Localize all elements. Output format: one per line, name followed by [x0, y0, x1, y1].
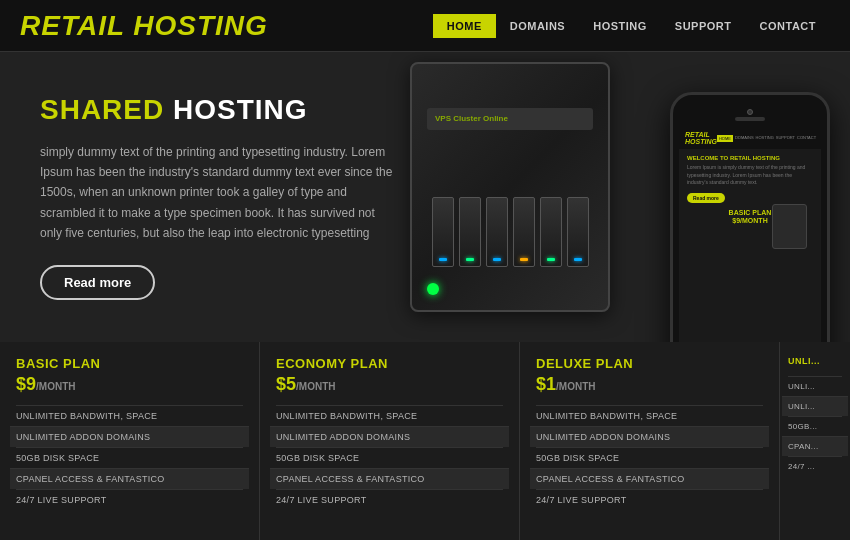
plan-4-feature-3: 50GB... — [788, 416, 842, 436]
plan-economy-feature-1: UNLIMITED BANDWITH, SPACE — [276, 405, 503, 426]
plan-basic: BASIC PLAN $9/MONTH UNLIMITED BANDWITH, … — [0, 342, 260, 540]
plan-economy-feature-5: 24/7 LIVE SUPPORT — [276, 489, 503, 510]
plan-economy-price: $5/MONTH — [276, 374, 503, 395]
drive-1 — [432, 197, 454, 267]
plan-basic-feature-2: UNLIMITED ADDON DOMAINS — [10, 426, 249, 447]
server-status-bar: VPS Cluster Online — [427, 108, 593, 130]
phone-server-mini — [772, 204, 807, 249]
plan-basic-feature-4: CPANEL ACCESS & FANTASTICO — [10, 468, 249, 489]
drive-6 — [567, 197, 589, 267]
hero-title: SHARED HOSTING — [40, 94, 400, 126]
phone-screen-header: RETAIL HOSTING HOME DOMAINS HOSTING SUPP… — [679, 127, 821, 149]
server-status-light — [427, 283, 439, 295]
phone-camera — [747, 109, 753, 115]
plan-economy-feature-2: UNLIMITED ADDON DOMAINS — [270, 426, 509, 447]
plan-deluxe: DELUXE PLAN $1/MONTH UNLIMITED BANDWITH,… — [520, 342, 780, 540]
phone-desc: Lorem Ipsum is simply dummy text of the … — [687, 164, 813, 187]
nav-home[interactable]: HOME — [433, 14, 496, 38]
hero-description: simply dummy text of the printing and ty… — [40, 142, 400, 244]
drive-2 — [459, 197, 481, 267]
pricing-section: BASIC PLAN $9/MONTH UNLIMITED BANDWITH, … — [0, 342, 850, 540]
plan-deluxe-feature-5: 24/7 LIVE SUPPORT — [536, 489, 763, 510]
plan-4-name: UNLI... — [788, 356, 842, 366]
plan-basic-price: $9/MONTH — [16, 374, 243, 395]
main-nav: HOME DOMAINS HOSTING SUPPORT CONTACT — [433, 14, 830, 38]
read-more-button[interactable]: Read more — [40, 265, 155, 300]
plan-basic-feature-5: 24/7 LIVE SUPPORT — [16, 489, 243, 510]
drive-4 — [513, 197, 535, 267]
plan-deluxe-feature-3: 50GB DISK SPACE — [536, 447, 763, 468]
plan-4: UNLI... UNLI... UNLI... 50GB... CPAN... … — [780, 342, 850, 540]
logo-hosting: HostInG — [133, 10, 268, 41]
plan-deluxe-price: $1/MONTH — [536, 374, 763, 395]
phone-nav: HOME DOMAINS HOSTING SUPPORT CONTACT — [717, 135, 816, 142]
phone-body: WELCOME TO RETAIL HOSTING Lorem Ipsum is… — [679, 149, 821, 230]
plan-4-feature-4: CPAN... — [782, 436, 848, 456]
phone-read-more[interactable]: Read more — [687, 193, 725, 203]
nav-hosting[interactable]: HOSTING — [579, 14, 661, 38]
phone-speaker — [735, 117, 765, 121]
hero-content: SHARED HOSTING simply dummy text of the … — [0, 64, 440, 331]
plan-basic-name: BASIC PLAN — [16, 356, 243, 371]
plan-deluxe-feature-1: UNLIMITED BANDWITH, SPACE — [536, 405, 763, 426]
logo-retail: RETAIL — [20, 10, 125, 41]
nav-domains[interactable]: DOMAINS — [496, 14, 579, 38]
plan-4-feature-2: UNLI... — [782, 396, 848, 416]
phone-image: RETAIL HOSTING HOME DOMAINS HOSTING SUPP… — [650, 52, 850, 342]
plan-economy-feature-4: CPANEL ACCESS & FANTASTICO — [270, 468, 509, 489]
server-drives — [427, 197, 593, 267]
phone-welcome: WELCOME TO RETAIL HOSTING — [687, 155, 813, 161]
plan-economy-name: ECONOMY PLAN — [276, 356, 503, 371]
header: RETAIL HostInG HOME DOMAINS HOSTING SUPP… — [0, 0, 850, 52]
plan-deluxe-feature-2: UNLIMITED ADDON DOMAINS — [530, 426, 769, 447]
plan-basic-feature-3: 50GB DISK SPACE — [16, 447, 243, 468]
phone-logo: RETAIL HOSTING — [685, 131, 717, 145]
plan-basic-feature-1: UNLIMITED BANDWITH, SPACE — [16, 405, 243, 426]
plan-economy-feature-3: 50GB DISK SPACE — [276, 447, 503, 468]
nav-support[interactable]: SUPPORT — [661, 14, 746, 38]
server-image: VPS Cluster Online — [410, 62, 630, 332]
drive-3 — [486, 197, 508, 267]
plan-deluxe-feature-4: CPANEL ACCESS & FANTASTICO — [530, 468, 769, 489]
logo: RETAIL HostInG — [20, 10, 268, 42]
hero-section: SHARED HOSTING simply dummy text of the … — [0, 52, 850, 342]
phone-screen: RETAIL HOSTING HOME DOMAINS HOSTING SUPP… — [679, 127, 821, 342]
plan-deluxe-name: DELUXE PLAN — [536, 356, 763, 371]
nav-contact[interactable]: CONTACT — [746, 14, 830, 38]
plan-4-feature-5: 24/7 ... — [788, 456, 842, 476]
plan-economy: ECONOMY PLAN $5/MONTH UNLIMITED BANDWITH… — [260, 342, 520, 540]
plan-4-feature-1: UNLI... — [788, 376, 842, 396]
drive-5 — [540, 197, 562, 267]
